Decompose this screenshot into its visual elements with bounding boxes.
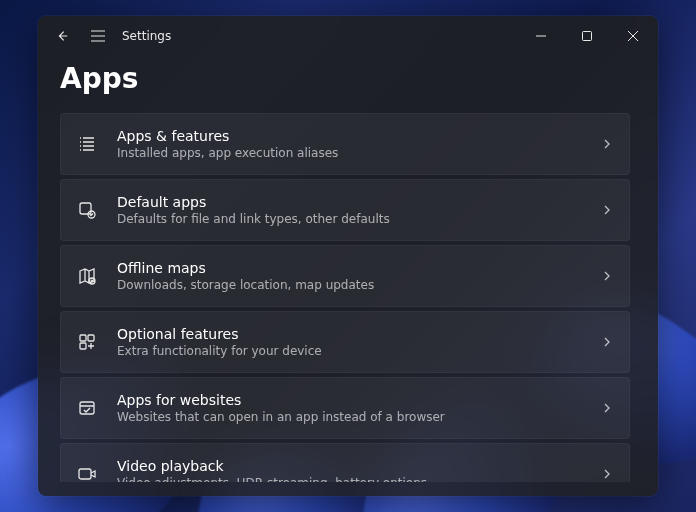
svg-rect-6 — [80, 343, 86, 349]
close-icon — [628, 31, 638, 41]
maximize-button[interactable] — [564, 16, 610, 56]
row-title: Optional features — [117, 325, 601, 343]
close-button[interactable] — [610, 16, 656, 56]
settings-window: Settings Apps Apps & features Installed … — [38, 16, 658, 496]
back-arrow-icon — [55, 29, 69, 43]
content-area: Apps Apps & features Installed apps, app… — [38, 56, 658, 496]
row-title: Offline maps — [117, 259, 601, 277]
row-optional-features[interactable]: Optional features Extra functionality fo… — [60, 311, 630, 373]
chevron-right-icon — [601, 336, 613, 348]
row-subtitle: Installed apps, app execution aliases — [117, 145, 601, 161]
chevron-right-icon — [601, 468, 613, 480]
hamburger-icon — [90, 29, 106, 43]
window-title: Settings — [116, 29, 171, 43]
row-title: Default apps — [117, 193, 601, 211]
svg-rect-7 — [80, 402, 94, 414]
map-icon — [75, 264, 99, 288]
titlebar: Settings — [38, 16, 658, 56]
row-video-playback[interactable]: Video playback Video adjustments, HDR st… — [60, 443, 630, 482]
features-icon — [75, 330, 99, 354]
chevron-right-icon — [601, 138, 613, 150]
row-subtitle: Extra functionality for your device — [117, 343, 601, 359]
svg-rect-0 — [583, 32, 592, 41]
svg-rect-8 — [79, 469, 91, 479]
row-subtitle: Defaults for file and link types, other … — [117, 211, 601, 227]
row-subtitle: Websites that can open in an app instead… — [117, 409, 601, 425]
website-icon — [75, 396, 99, 420]
row-title: Video playback — [117, 457, 601, 475]
minimize-button[interactable] — [518, 16, 564, 56]
row-subtitle: Video adjustments, HDR streaming, batter… — [117, 475, 601, 482]
svg-rect-4 — [80, 335, 86, 341]
chevron-right-icon — [601, 402, 613, 414]
row-offline-maps[interactable]: Offline maps Downloads, storage location… — [60, 245, 630, 307]
list-icon — [75, 132, 99, 156]
chevron-right-icon — [601, 270, 613, 282]
defaults-icon — [75, 198, 99, 222]
row-title: Apps & features — [117, 127, 601, 145]
maximize-icon — [582, 31, 592, 41]
svg-rect-5 — [88, 335, 94, 341]
chevron-right-icon — [601, 204, 613, 216]
row-title: Apps for websites — [117, 391, 601, 409]
minimize-icon — [536, 31, 546, 41]
video-icon — [75, 462, 99, 482]
back-button[interactable] — [44, 16, 80, 56]
settings-list[interactable]: Apps & features Installed apps, app exec… — [60, 113, 636, 482]
row-apps-features[interactable]: Apps & features Installed apps, app exec… — [60, 113, 630, 175]
row-subtitle: Downloads, storage location, map updates — [117, 277, 601, 293]
menu-button[interactable] — [80, 16, 116, 56]
row-default-apps[interactable]: Default apps Defaults for file and link … — [60, 179, 630, 241]
page-title: Apps — [60, 56, 636, 113]
row-apps-websites[interactable]: Apps for websites Websites that can open… — [60, 377, 630, 439]
